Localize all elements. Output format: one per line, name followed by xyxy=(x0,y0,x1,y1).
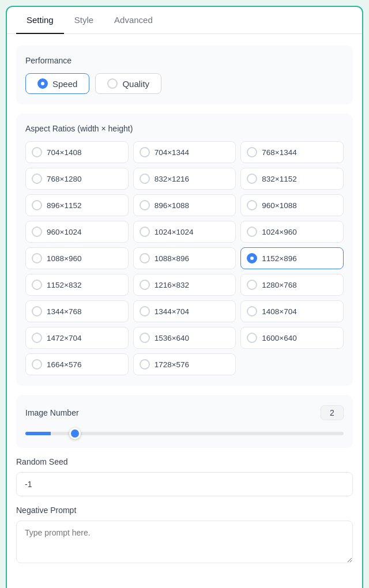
aspect-radio xyxy=(247,174,257,184)
aspect-option[interactable]: 1216×832 xyxy=(133,274,236,296)
aspect-label: 1088×896 xyxy=(155,254,189,263)
tab-style[interactable]: Style xyxy=(64,7,104,34)
negative-prompt-section: Negative Prompt xyxy=(16,506,353,566)
aspect-option[interactable]: 832×1152 xyxy=(240,168,344,190)
aspect-option[interactable]: 1536×640 xyxy=(133,327,236,349)
random-seed-label: Random Seed xyxy=(16,457,353,466)
speed-label: Speed xyxy=(52,79,77,89)
aspect-option[interactable]: 832×1216 xyxy=(133,168,236,190)
aspect-option[interactable]: 960×1088 xyxy=(240,194,344,216)
aspect-option[interactable]: 896×1088 xyxy=(133,194,236,216)
image-number-value: 2 xyxy=(321,405,344,420)
slider-header: Image Number 2 xyxy=(25,405,344,420)
aspect-radio xyxy=(32,174,42,184)
aspect-radio xyxy=(140,333,150,343)
aspect-option[interactable]: 1024×1024 xyxy=(133,221,236,243)
aspect-label: 1600×640 xyxy=(262,334,296,342)
aspect-radio xyxy=(247,227,257,237)
aspect-label: 1536×640 xyxy=(155,334,189,342)
aspect-option[interactable]: 1664×576 xyxy=(25,353,129,375)
app-container: Setting Style Advanced Performance Speed… xyxy=(6,6,363,588)
aspect-label: 1408×704 xyxy=(262,307,296,316)
aspect-option-selected[interactable]: 1152×896 xyxy=(240,247,344,269)
aspect-label: 1344×768 xyxy=(47,307,81,316)
aspect-radio xyxy=(247,200,257,210)
performance-section: Performance Speed Quality xyxy=(16,46,353,104)
aspect-radio xyxy=(32,147,42,157)
aspect-label: 896×1152 xyxy=(47,201,81,210)
aspect-option[interactable]: 1088×960 xyxy=(25,247,129,269)
aspect-radio xyxy=(32,333,42,343)
aspect-option[interactable]: 1600×640 xyxy=(240,327,344,349)
aspect-option[interactable]: 960×1024 xyxy=(25,221,129,243)
speed-radio-circle xyxy=(37,78,48,89)
tab-setting[interactable]: Setting xyxy=(16,7,64,34)
aspect-radio xyxy=(247,306,257,316)
tab-bar: Setting Style Advanced xyxy=(7,7,362,34)
random-seed-input[interactable] xyxy=(16,472,353,496)
aspect-option[interactable]: 768×1344 xyxy=(240,141,344,163)
aspect-option[interactable]: 1088×896 xyxy=(133,247,236,269)
aspect-radio xyxy=(140,280,150,290)
quality-radio-circle xyxy=(107,78,118,89)
aspect-option[interactable]: 768×1280 xyxy=(25,168,129,190)
aspect-label: 1344×704 xyxy=(155,307,189,316)
aspect-ratios-grid: 704×1408 704×1344 768×1344 768×1280 xyxy=(25,141,344,375)
aspect-radio xyxy=(32,253,42,263)
random-seed-section: Random Seed xyxy=(16,457,353,496)
aspect-option[interactable]: 704×1344 xyxy=(133,141,236,163)
aspect-radio xyxy=(32,227,42,237)
performance-title: Performance xyxy=(25,56,344,65)
image-number-slider[interactable] xyxy=(25,432,344,435)
aspect-label: 832×1216 xyxy=(155,175,189,183)
aspect-label: 1024×1024 xyxy=(155,228,194,236)
aspect-radio xyxy=(140,147,150,157)
aspect-label: 704×1344 xyxy=(155,148,189,157)
aspect-label: 1024×960 xyxy=(262,228,296,236)
aspect-option[interactable]: 1344×768 xyxy=(25,300,129,322)
performance-speed-option[interactable]: Speed xyxy=(25,73,89,94)
aspect-option[interactable]: 1280×768 xyxy=(240,274,344,296)
aspect-ratios-title: Aspect Ratios (width × height) xyxy=(25,124,344,133)
aspect-option[interactable]: 1344×704 xyxy=(133,300,236,322)
aspect-label: 1472×704 xyxy=(47,334,81,342)
aspect-radio xyxy=(32,306,42,316)
aspect-label: 1728×576 xyxy=(155,360,189,369)
aspect-label: 704×1408 xyxy=(47,148,81,157)
aspect-label: 896×1088 xyxy=(155,201,189,210)
aspect-radio xyxy=(32,280,42,290)
performance-radio-group: Speed Quality xyxy=(25,73,344,94)
aspect-option[interactable]: 1472×704 xyxy=(25,327,129,349)
aspect-radio xyxy=(140,253,150,263)
performance-quality-option[interactable]: Quality xyxy=(95,73,161,94)
image-number-label: Image Number xyxy=(25,408,79,417)
aspect-radio-checked xyxy=(247,253,257,263)
aspect-radio xyxy=(140,306,150,316)
aspect-radio xyxy=(32,200,42,210)
aspect-label: 1216×832 xyxy=(155,281,189,289)
aspect-radio xyxy=(140,359,150,370)
aspect-ratios-section: Aspect Ratios (width × height) 704×1408 … xyxy=(16,114,353,386)
main-content: Performance Speed Quality Aspect Ratios … xyxy=(7,34,362,586)
image-number-section: Image Number 2 xyxy=(16,395,353,448)
aspect-option[interactable]: 896×1152 xyxy=(25,194,129,216)
aspect-label: 1088×960 xyxy=(47,254,81,263)
aspect-label: 1664×576 xyxy=(47,360,81,369)
aspect-option[interactable]: 1728×576 xyxy=(133,353,236,375)
negative-prompt-input[interactable] xyxy=(16,521,353,563)
tab-advanced[interactable]: Advanced xyxy=(104,7,163,34)
aspect-radio xyxy=(247,333,257,343)
aspect-label: 1152×896 xyxy=(262,254,296,263)
aspect-radio xyxy=(140,227,150,237)
aspect-label: 768×1280 xyxy=(47,175,81,183)
aspect-radio xyxy=(247,280,257,290)
aspect-option[interactable]: 1408×704 xyxy=(240,300,344,322)
aspect-option[interactable]: 704×1408 xyxy=(25,141,129,163)
aspect-option[interactable]: 1024×960 xyxy=(240,221,344,243)
aspect-radio xyxy=(247,147,257,157)
aspect-label: 960×1024 xyxy=(47,228,81,236)
aspect-radio xyxy=(140,200,150,210)
negative-prompt-label: Negative Prompt xyxy=(16,506,353,515)
aspect-radio xyxy=(32,359,42,370)
aspect-option[interactable]: 1152×832 xyxy=(25,274,129,296)
